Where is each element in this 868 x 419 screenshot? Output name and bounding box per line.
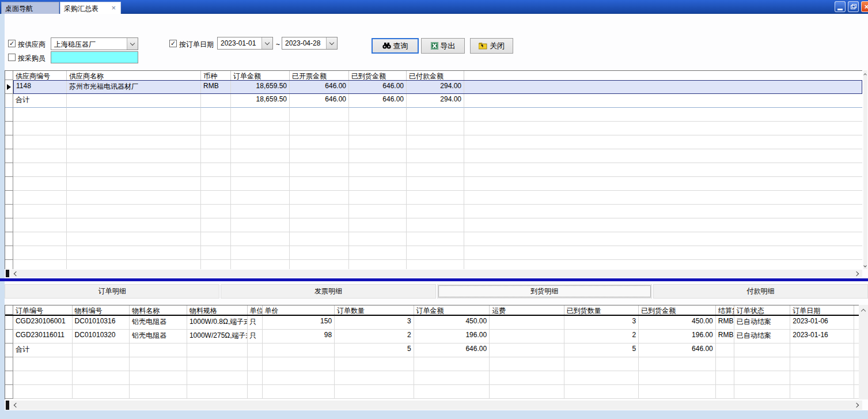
by-supplier-checkbox[interactable]: ✓ xyxy=(8,40,16,47)
frozen-column-grip[interactable] xyxy=(6,401,9,410)
cell-material-name[interactable]: 铝壳电阻器 xyxy=(130,316,187,330)
cell-settle-currency[interactable]: RMB xyxy=(716,316,734,330)
date-to-dropdown-button[interactable] xyxy=(326,37,337,49)
window-close-button[interactable]: × xyxy=(861,1,868,12)
supplier-combobox[interactable]: 上海稳压器厂 xyxy=(51,37,138,50)
empty-row[interactable] xyxy=(5,191,862,205)
empty-row[interactable] xyxy=(5,371,859,385)
frozen-column-grip[interactable] xyxy=(6,270,9,277)
buyer-input[interactable] xyxy=(51,51,138,63)
cell-order-qty[interactable]: 2 xyxy=(335,330,414,343)
empty-row[interactable] xyxy=(5,163,862,177)
cell-received-amount[interactable]: 450.00 xyxy=(639,316,716,330)
cell-paid-amount[interactable]: 294.00 xyxy=(407,81,464,93)
empty-row[interactable] xyxy=(5,149,862,163)
cell-order-no[interactable]: CGD230106001 xyxy=(13,316,73,330)
cell-order-date[interactable]: 2023-01-16 xyxy=(790,330,854,343)
scroll-left-button[interactable] xyxy=(12,270,21,277)
detail-tab-payment[interactable]: 付款明细 xyxy=(653,284,868,299)
column-header-material-no[interactable]: 物料编号 xyxy=(73,305,130,315)
close-view-button[interactable]: 关闭 xyxy=(470,38,513,54)
detail-total-row[interactable]: 合计 5 646.00 5 646.00 xyxy=(5,343,859,357)
cell-received-amount[interactable]: 196.00 xyxy=(639,330,716,343)
cell-material-name[interactable]: 铝壳电阻器 xyxy=(130,330,187,343)
empty-row[interactable] xyxy=(5,122,862,135)
summary-total-row[interactable]: 合计 18,659.50 646.00 646.00 294.00 xyxy=(5,94,862,108)
cell-unit[interactable]: 只 xyxy=(248,330,263,343)
cell-currency[interactable]: RMB xyxy=(201,81,231,93)
cell-order-status[interactable]: 已自动结案 xyxy=(734,330,791,343)
scroll-right-button[interactable] xyxy=(852,401,861,410)
date-to-combobox[interactable]: 2023-04-28 xyxy=(282,37,338,50)
tab-close-icon[interactable]: × xyxy=(111,4,116,12)
detail-tab-order[interactable]: 订单明细 xyxy=(5,284,219,299)
cell-order-no[interactable]: CGD230116011 xyxy=(13,330,73,343)
column-header-order-status[interactable]: 订单状态 xyxy=(734,305,791,315)
window-restore-button[interactable] xyxy=(848,1,859,12)
column-header-received-amount[interactable]: 已到货金额 xyxy=(639,305,716,315)
cell-order-qty[interactable]: 3 xyxy=(335,316,414,330)
cell-received-qty[interactable]: 3 xyxy=(564,316,639,330)
column-header-received-amount[interactable]: 已到货金额 xyxy=(349,71,407,80)
row-header-cell[interactable] xyxy=(5,343,13,357)
empty-row[interactable] xyxy=(5,232,862,246)
column-header-currency[interactable]: 币种 xyxy=(201,71,231,80)
detail-row[interactable]: CGD230116011 DC01010320 铝壳电阻器 1000W/275Ω… xyxy=(5,330,859,343)
empty-row[interactable] xyxy=(5,218,862,232)
column-header-order-qty[interactable]: 订单数量 xyxy=(335,305,414,315)
horizontal-splitter[interactable] xyxy=(0,278,868,281)
detail-tab-invoice[interactable]: 发票明细 xyxy=(221,284,435,299)
empty-row[interactable] xyxy=(5,385,859,399)
query-button[interactable]: 查询 xyxy=(372,38,419,54)
supplier-dropdown-button[interactable] xyxy=(127,38,138,50)
cell-received-amount[interactable]: 646.00 xyxy=(349,81,407,93)
column-header-order-amount[interactable]: 订单金额 xyxy=(414,305,490,315)
column-header-order-date[interactable]: 订单日期 xyxy=(790,305,854,315)
export-button[interactable]: 导出 xyxy=(421,38,465,54)
cell-material-spec[interactable]: 1000W/0.8Ω,端子式 xyxy=(187,316,248,330)
row-header-cell[interactable] xyxy=(5,94,13,108)
summary-horizontal-scrollbar[interactable] xyxy=(5,270,862,277)
column-header-supplier-no[interactable]: 供应商编号 xyxy=(13,71,67,80)
cell-material-spec[interactable]: 1000W/275Ω,端子式 xyxy=(187,330,248,343)
empty-row[interactable] xyxy=(5,135,862,149)
cell-invoiced-amount[interactable]: 646.00 xyxy=(290,81,349,93)
row-header-cell[interactable] xyxy=(5,316,13,330)
column-header-received-qty[interactable]: 已到货数量 xyxy=(564,305,639,315)
detail-vertical-scrollbar[interactable] xyxy=(859,305,868,399)
window-minimize-button[interactable] xyxy=(835,1,846,12)
empty-row[interactable] xyxy=(5,177,862,191)
row-header-cell[interactable] xyxy=(5,80,13,94)
detail-tab-arrival[interactable]: 到货明细 xyxy=(437,284,652,299)
tab-purchase-summary[interactable]: 采购汇总表 × xyxy=(60,2,121,14)
cell-order-amount[interactable]: 18,659.50 xyxy=(231,81,290,93)
cell-settle-currency[interactable]: RMB xyxy=(716,330,734,343)
cell-supplier-name[interactable]: 苏州市光福电讯器材厂 xyxy=(67,81,201,93)
empty-row[interactable] xyxy=(5,260,862,269)
column-header-material-name[interactable]: 物料名称 xyxy=(130,305,187,315)
date-from-dropdown-button[interactable] xyxy=(261,37,272,49)
summary-vertical-scrollbar[interactable] xyxy=(863,70,867,269)
scroll-right-button[interactable] xyxy=(852,270,861,277)
scroll-left-button[interactable] xyxy=(12,401,21,410)
by-buyer-checkbox[interactable] xyxy=(8,54,16,61)
column-header-order-amount[interactable]: 订单金额 xyxy=(231,71,290,80)
empty-row[interactable] xyxy=(5,246,862,260)
cell-unit-price[interactable]: 98 xyxy=(263,330,335,343)
cell-order-amount[interactable]: 196.00 xyxy=(414,330,490,343)
column-header-unit[interactable]: 单位 xyxy=(248,305,263,315)
tab-desktop-navigation[interactable]: 桌面导航 xyxy=(1,2,59,14)
cell-freight[interactable] xyxy=(490,316,564,330)
detail-horizontal-scrollbar[interactable] xyxy=(5,401,862,410)
column-header-invoiced-amount[interactable]: 已开票金额 xyxy=(290,71,349,80)
cell-unit-price[interactable]: 150 xyxy=(263,316,335,330)
column-header-paid-amount[interactable]: 已付款金额 xyxy=(407,71,464,80)
cell-order-status[interactable]: 已自动结案 xyxy=(734,316,791,330)
column-header-order-no[interactable]: 订单编号 xyxy=(13,305,73,315)
empty-row[interactable] xyxy=(5,205,862,218)
row-header-cell[interactable] xyxy=(5,330,13,343)
empty-row[interactable] xyxy=(5,357,859,371)
cell-freight[interactable] xyxy=(490,330,564,343)
detail-row[interactable]: CGD230106001 DC01010316 铝壳电阻器 1000W/0.8Ω… xyxy=(5,316,859,330)
column-header-supplier-name[interactable]: 供应商名称 xyxy=(67,71,201,80)
